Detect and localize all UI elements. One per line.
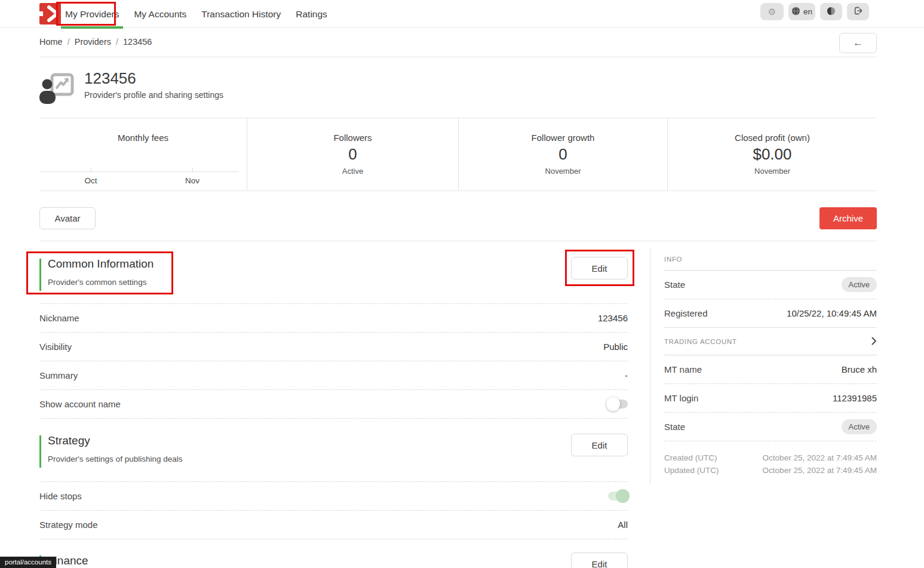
stat-card-closed-profit: Closed profit (own) $0.00 November	[667, 118, 877, 191]
edit-common-information-button[interactable]: Edit	[571, 257, 628, 280]
info-heading: INFO	[664, 248, 877, 271]
field-value: -	[625, 370, 628, 380]
top-navbar: My Providers My Accounts Transaction His…	[0, 0, 924, 28]
show-account-name-toggle[interactable]	[608, 400, 628, 409]
row-label: Registered	[664, 308, 708, 318]
navbar-actions: ⚙ en	[760, 3, 869, 20]
field-value: Public	[603, 342, 628, 352]
avatar-button[interactable]: Avatar	[39, 207, 96, 229]
common-information-fields: Nickname 123456 Visibility Public Summar…	[39, 303, 628, 419]
section-accent-bar	[39, 435, 41, 468]
meta-value: October 25, 2022 at 7:49:45 AM	[763, 453, 877, 462]
field-row-show-account-name: Show account name	[39, 390, 628, 419]
meta-label: Updated (UTC)	[664, 466, 719, 475]
globe-icon	[791, 7, 800, 17]
section-subtitle: Provider's common settings	[48, 278, 146, 287]
breadcrumb: Home / Providers / 123456	[39, 37, 152, 47]
chevron-right-icon	[871, 337, 877, 346]
toggle-knob	[616, 489, 630, 503]
row-value: Bruce xh	[842, 364, 877, 374]
info-heading-label: INFO	[664, 256, 682, 263]
archive-button[interactable]: Archive	[819, 207, 877, 229]
row-value: 112391985	[833, 393, 877, 403]
meta-row-updated: Updated (UTC) October 25, 2022 at 7:49:4…	[664, 464, 877, 477]
main-nav: My Providers My Accounts Transaction His…	[62, 0, 331, 28]
field-label: Nickname	[39, 313, 79, 323]
trading-account-header[interactable]: TRADING ACCOUNT	[664, 328, 877, 355]
gear-icon: ⚙	[768, 7, 776, 16]
breadcrumb-current: 123456	[123, 37, 152, 47]
field-value: All	[618, 520, 628, 530]
nav-item-ratings[interactable]: Ratings	[292, 0, 331, 28]
field-label: Strategy mode	[39, 520, 98, 530]
breadcrumb-home[interactable]: Home	[39, 37, 63, 47]
page-subtitle: Provider's profile and sharing settings	[84, 90, 223, 100]
stats-row: Monthly fees Oct Nov Followers 0 Active …	[39, 118, 877, 191]
edit-strategy-button[interactable]: Edit	[571, 434, 628, 456]
sidebar-divider	[650, 248, 650, 484]
meta-row-created: Created (UTC) October 25, 2022 at 7:49:4…	[664, 452, 877, 464]
language-button[interactable]: en	[788, 3, 815, 20]
contrast-icon	[827, 7, 836, 17]
field-row-summary: Summary -	[39, 361, 628, 390]
fees-x-label: Nov	[185, 176, 199, 185]
status-badge: Active	[842, 277, 877, 292]
nav-item-label: Transaction History	[201, 9, 281, 20]
field-label: Visibility	[39, 342, 72, 352]
settings-button[interactable]: ⚙	[760, 3, 784, 20]
back-button[interactable]: ←	[839, 33, 877, 53]
breadcrumb-providers[interactable]: Providers	[75, 37, 111, 47]
hide-stops-toggle[interactable]	[608, 492, 628, 501]
row-label: MT login	[664, 393, 698, 403]
stat-value: 0	[459, 145, 667, 164]
brand-logo-icon[interactable]	[39, 3, 61, 24]
fees-chart-axis	[39, 171, 239, 172]
stat-caption: November	[668, 167, 877, 176]
field-row-visibility: Visibility Public	[39, 333, 628, 361]
stat-caption: November	[459, 167, 667, 176]
fees-chart-tick	[192, 168, 193, 171]
toggle-knob	[606, 397, 620, 411]
stat-title: Follower growth	[459, 133, 667, 143]
nav-item-label: Ratings	[296, 9, 327, 20]
meta-value: October 25, 2022 at 7:49:45 AM	[763, 466, 877, 475]
field-row-nickname: Nickname 123456	[39, 304, 628, 333]
field-label: Hide stops	[39, 491, 82, 501]
nav-item-my-accounts[interactable]: My Accounts	[130, 0, 190, 28]
nav-item-label: My Providers	[65, 9, 119, 20]
language-code: en	[803, 7, 812, 16]
info-sidebar: INFO State Active Registered 10/25/22, 1…	[664, 248, 877, 477]
stat-card-followers: Followers 0 Active	[247, 118, 458, 191]
field-label: Summary	[39, 370, 78, 380]
field-value: 123456	[598, 313, 628, 323]
theme-toggle-button[interactable]	[820, 3, 842, 20]
nav-item-label: My Accounts	[134, 9, 186, 20]
link-status-tooltip: portal/accounts	[0, 557, 56, 568]
sidebar-row-account-state: State Active	[664, 413, 877, 441]
nav-item-my-providers[interactable]: My Providers	[62, 0, 122, 28]
strategy-fields: Hide stops Strategy mode All	[39, 481, 628, 539]
stat-card-monthly-fees: Monthly fees Oct Nov	[39, 118, 247, 191]
stat-value: 0	[247, 145, 458, 164]
stat-value: $0.00	[668, 145, 877, 164]
trading-account-label: TRADING ACCOUNT	[664, 338, 737, 345]
stat-caption: Active	[247, 167, 458, 176]
row-value: 10/25/22, 10:49:45 AM	[787, 308, 877, 318]
breadcrumb-separator: /	[116, 37, 118, 47]
logout-button[interactable]	[847, 3, 869, 20]
nav-item-transaction-history[interactable]: Transaction History	[198, 0, 284, 28]
row-label: State	[664, 422, 685, 432]
stat-title: Followers	[247, 133, 458, 143]
fees-chart-tick	[91, 168, 91, 171]
breadcrumb-separator: /	[67, 37, 70, 47]
section-title: Strategy	[48, 434, 90, 447]
status-badge: Active	[842, 419, 877, 434]
section-subtitle: Provider's settings of publishing deals	[48, 455, 182, 463]
edit-finance-button[interactable]: Edit	[571, 552, 628, 568]
field-row-hide-stops: Hide stops	[39, 482, 628, 511]
stat-card-follower-growth: Follower growth 0 November	[458, 118, 667, 191]
meta-label: Created (UTC)	[664, 453, 717, 462]
back-arrow-icon: ←	[853, 37, 863, 48]
sidebar-meta: Created (UTC) October 25, 2022 at 7:49:4…	[664, 441, 877, 477]
page-title: 123456	[84, 69, 223, 88]
